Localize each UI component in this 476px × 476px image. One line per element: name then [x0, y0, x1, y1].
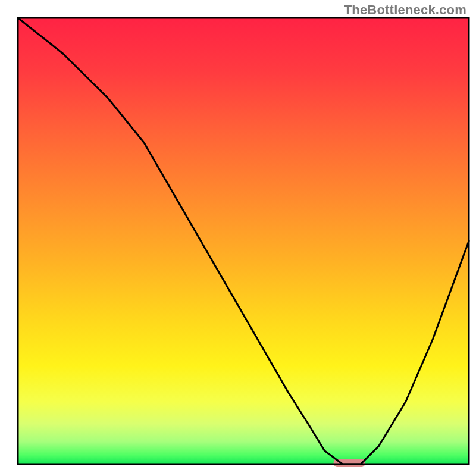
watermark-text: TheBottleneck.com: [344, 2, 466, 18]
bottleneck-chart: [0, 0, 476, 476]
plot-gradient-background: [18, 18, 469, 464]
chart-svg: [0, 0, 476, 476]
